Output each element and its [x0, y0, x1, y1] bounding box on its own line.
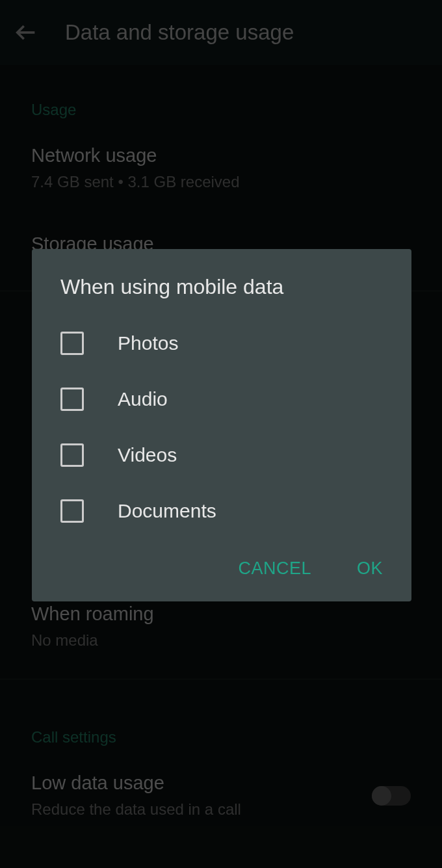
cancel-button[interactable]: CANCEL	[238, 559, 311, 579]
audio-label: Audio	[118, 388, 168, 410]
audio-checkbox[interactable]	[60, 388, 84, 411]
documents-option[interactable]: Documents	[32, 483, 411, 539]
documents-label: Documents	[118, 500, 216, 522]
dialog-actions: CANCEL OK	[32, 539, 411, 588]
photos-label: Photos	[118, 332, 178, 354]
videos-label: Videos	[118, 444, 177, 466]
documents-checkbox[interactable]	[60, 499, 84, 523]
videos-checkbox[interactable]	[60, 443, 84, 467]
dialog-title: When using mobile data	[32, 275, 411, 315]
photos-option[interactable]: Photos	[32, 315, 411, 371]
photos-checkbox[interactable]	[60, 332, 84, 355]
videos-option[interactable]: Videos	[32, 427, 411, 483]
audio-option[interactable]: Audio	[32, 371, 411, 427]
ok-button[interactable]: OK	[357, 559, 383, 579]
mobile-data-dialog: When using mobile data Photos Audio Vide…	[32, 249, 411, 601]
